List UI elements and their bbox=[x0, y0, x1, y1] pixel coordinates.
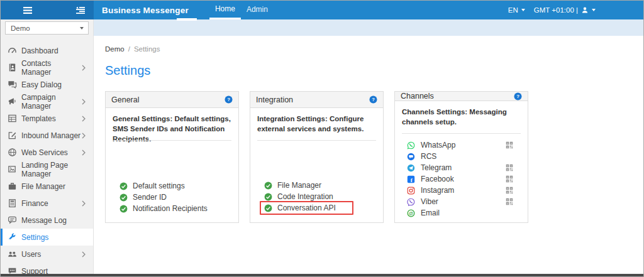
svg-text:?: ? bbox=[227, 97, 230, 102]
sidebar-item-campaign-manager[interactable]: Campaign Manager bbox=[1, 93, 93, 110]
link-label: Notification Recipients bbox=[133, 204, 208, 213]
instagram-icon bbox=[407, 187, 415, 195]
general-links: Default settings Sender ID Notification … bbox=[113, 180, 231, 217]
window-bottom-edge bbox=[1, 274, 643, 276]
header-nav: Home Admin bbox=[209, 1, 274, 19]
channel-label[interactable]: Facebook bbox=[421, 175, 454, 183]
channel-viber: Viber bbox=[407, 196, 521, 207]
sidebar-item-settings[interactable]: Settings bbox=[1, 229, 93, 246]
link-label: Code Integration bbox=[277, 192, 333, 201]
sidebar-item-easy-dialog[interactable]: Easy Dialog bbox=[1, 76, 93, 93]
help-icon[interactable]: ? bbox=[225, 95, 233, 104]
sidebar-item-finance[interactable]: Finance bbox=[1, 195, 93, 212]
page-title: Settings bbox=[105, 63, 643, 78]
dashboard-icon bbox=[8, 46, 17, 55]
user-icon bbox=[581, 6, 589, 14]
check-circle-icon bbox=[264, 204, 272, 212]
user-menu[interactable]: GMT +01:00 | bbox=[534, 6, 596, 14]
chevron-right-icon bbox=[82, 251, 86, 258]
briefcase-icon bbox=[8, 182, 17, 191]
channel-label[interactable]: Email bbox=[421, 209, 440, 217]
sidebar-item-users[interactable]: Users bbox=[1, 246, 93, 263]
card-channels-body: Channels Settings: Messaging channels se… bbox=[395, 101, 528, 224]
check-circle-icon bbox=[119, 182, 128, 190]
check-circle-icon bbox=[264, 182, 272, 190]
breadcrumb: Demo / Settings bbox=[105, 45, 643, 53]
card-general-body: General Settings: Default settings, SMS … bbox=[106, 108, 238, 222]
channel-email: @ Email bbox=[407, 207, 521, 219]
link-default-settings[interactable]: Default settings bbox=[119, 180, 231, 192]
header-right: EN GMT +01:00 | bbox=[508, 6, 643, 14]
hamburger-menu-icon[interactable] bbox=[23, 7, 32, 14]
qr-code-icon[interactable] bbox=[506, 164, 513, 171]
channel-label[interactable]: Telegram bbox=[421, 163, 452, 172]
sidebar-item-file-manager[interactable]: File Manager bbox=[1, 178, 93, 195]
svg-text:?: ? bbox=[372, 97, 375, 102]
sidebar-collapse-icon[interactable] bbox=[76, 7, 85, 14]
qr-code-icon[interactable] bbox=[506, 187, 513, 194]
card-integration: Integration ? Integration Settings: Conf… bbox=[250, 91, 384, 223]
help-icon[interactable]: ? bbox=[369, 95, 377, 104]
sidebar-item-inbound-manager[interactable]: Inbound Manager bbox=[1, 127, 93, 144]
contacts-icon bbox=[8, 63, 17, 72]
channel-label[interactable]: WhatsApp bbox=[421, 141, 455, 149]
sidebar-item-dashboard[interactable]: Dashboard bbox=[1, 42, 93, 59]
sidebar-item-web-services[interactable]: Web Services bbox=[1, 144, 93, 161]
workspace-select[interactable]: Demo bbox=[5, 21, 89, 35]
link-file-manager[interactable]: File Manager bbox=[264, 180, 376, 191]
sidebar-header bbox=[1, 1, 94, 19]
link-notification-recipients[interactable]: Notification Recipients bbox=[119, 203, 231, 214]
sidebar-item-label: Web Services bbox=[21, 148, 68, 157]
chat-bubbles-icon bbox=[8, 80, 17, 89]
qr-code-icon[interactable] bbox=[506, 198, 513, 205]
chevron-right-icon bbox=[82, 133, 86, 139]
edit-square-icon bbox=[8, 131, 17, 140]
message-log-icon bbox=[8, 215, 17, 225]
sub-header-strip bbox=[94, 19, 643, 36]
highlight-annotation-box: Conversation API bbox=[260, 201, 353, 215]
sidebar-item-label: Campaign Manager bbox=[21, 93, 82, 111]
workspace-select-value: Demo bbox=[11, 24, 30, 32]
sidebar-item-contacts-manager[interactable]: Contacts Manager bbox=[1, 59, 93, 76]
language-selector[interactable]: EN bbox=[508, 6, 525, 14]
qr-code-icon[interactable] bbox=[506, 175, 513, 183]
sidebar-nav: Dashboard Contacts Manager Easy Dialog C… bbox=[1, 42, 93, 277]
sidebar-item-label: File Manager bbox=[21, 182, 65, 191]
card-title: Channels bbox=[401, 92, 434, 100]
viber-icon bbox=[407, 198, 415, 206]
timezone-label: GMT +01:00 | bbox=[534, 6, 578, 14]
chevron-down-icon bbox=[80, 27, 84, 30]
link-sender-id[interactable]: Sender ID bbox=[119, 192, 231, 203]
sidebar-item-label: Finance bbox=[21, 199, 48, 208]
sidebar-item-landing-page-manager[interactable]: Landing Page Manager bbox=[1, 161, 93, 178]
tab-home[interactable]: Home bbox=[209, 1, 241, 19]
qr-code-icon[interactable] bbox=[506, 141, 513, 149]
card-channels: Channels ? Channels Settings: Messaging … bbox=[394, 91, 528, 223]
chevron-right-icon bbox=[82, 149, 86, 156]
card-title: Integration bbox=[256, 95, 293, 104]
integration-links: File Manager Code Integration Conversati… bbox=[257, 180, 376, 217]
channel-label[interactable]: RCS bbox=[421, 152, 436, 161]
card-channels-header: Channels ? bbox=[395, 92, 528, 101]
breadcrumb-current: Settings bbox=[134, 45, 160, 53]
sidebar-item-label: Users bbox=[21, 250, 41, 259]
link-label: Default settings bbox=[133, 182, 185, 190]
sidebar-item-templates[interactable]: Templates bbox=[1, 110, 93, 127]
breadcrumb-demo[interactable]: Demo bbox=[105, 45, 125, 53]
sidebar-item-message-log[interactable]: Message Log bbox=[1, 212, 93, 229]
chevron-right-icon bbox=[82, 116, 86, 122]
active-tab-indicator bbox=[177, 18, 197, 21]
rcs-icon bbox=[407, 153, 415, 161]
channel-label[interactable]: Viber bbox=[421, 197, 438, 206]
tab-admin[interactable]: Admin bbox=[241, 1, 274, 19]
sidebar: Demo Dashboard Contacts Manager Easy Dia… bbox=[1, 19, 94, 274]
help-icon[interactable]: ? bbox=[514, 92, 522, 100]
link-conversation-api[interactable]: Conversation API bbox=[264, 202, 336, 214]
channel-label[interactable]: Instagram bbox=[421, 186, 454, 195]
templates-grid-icon bbox=[8, 114, 17, 123]
check-circle-icon bbox=[264, 193, 272, 201]
app-title: Business Messenger bbox=[102, 6, 189, 15]
card-description: Integration Settings: Configure external… bbox=[257, 114, 376, 135]
link-code-integration[interactable]: Code Integration bbox=[264, 191, 376, 202]
chevron-down-icon bbox=[521, 9, 525, 11]
